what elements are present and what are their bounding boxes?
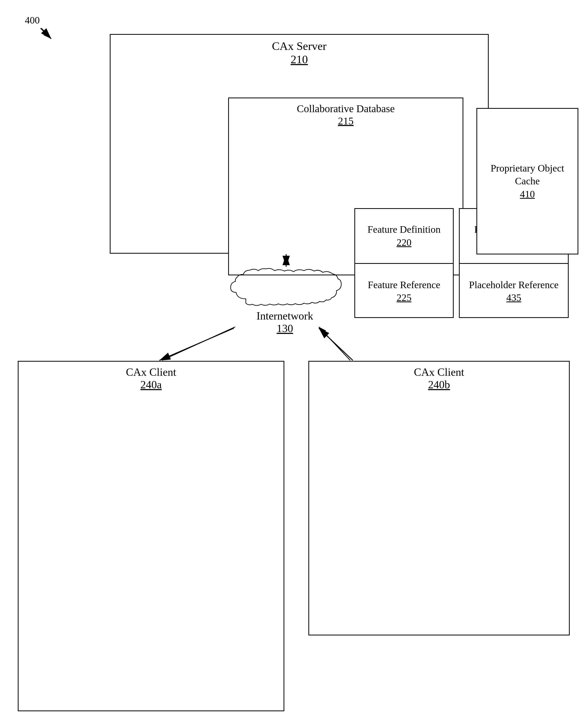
- cax-server-title: CAx Server 210: [111, 40, 488, 66]
- feature-def-box: Feature Definition 220 Feature Reference…: [354, 208, 454, 318]
- cax-client-left-name: CAx Client: [126, 366, 176, 378]
- svg-line-8: [41, 28, 51, 39]
- cloud-svg: [212, 264, 358, 308]
- internetwork-name: Internetwork: [257, 310, 313, 322]
- cax-client-left-number: 240a: [140, 379, 162, 391]
- internetwork-label: Internetwork 130: [257, 310, 313, 335]
- prop-obj-cache-number: 410: [520, 188, 535, 200]
- collab-db-name: Collaborative Database: [297, 103, 395, 114]
- collab-db-box: Collaborative Database 215 Feature Defin…: [228, 98, 463, 275]
- svg-line-0: [40, 28, 51, 39]
- diagram: 400 CAx Server 210 Collabor: [0, 0, 582, 728]
- placeholder-ref-label: Placeholder Reference: [469, 279, 559, 290]
- prop-obj-cache-box: Proprietary Object Cache 410: [476, 108, 578, 255]
- placeholder-ref-number: 435: [506, 292, 521, 303]
- prop-obj-cache-text: Proprietary Object Cache 410: [477, 162, 578, 201]
- collab-db-number: 215: [338, 115, 354, 127]
- feature-def-top: Feature Definition 220: [355, 209, 453, 264]
- feature-ref-bottom: Feature Reference 225: [355, 264, 453, 319]
- cax-server-box: CAx Server 210 Collaborative Database 21…: [110, 34, 489, 254]
- cax-client-left-box: CAx Client 240a CAx Application 245a Syn…: [18, 361, 284, 711]
- internetwork-number: 130: [277, 322, 293, 334]
- feature-def-number: 220: [396, 237, 411, 248]
- feature-ref-number: 225: [397, 292, 412, 303]
- placeholder-ref-text: Placeholder Reference 435: [469, 279, 559, 304]
- collab-db-title: Collaborative Database 215: [229, 103, 463, 127]
- feature-def-text: Feature Definition 220: [367, 223, 441, 249]
- feature-ref-text: Feature Reference 225: [368, 279, 440, 304]
- cax-client-right-name: CAx Client: [414, 366, 464, 378]
- figure-number-label: 400: [25, 15, 40, 26]
- cax-server-name: CAx Server: [272, 40, 327, 53]
- placeholder-ref-bottom: Placeholder Reference 435: [460, 264, 568, 319]
- cax-server-number: 210: [290, 53, 308, 66]
- feature-def-label: Feature Definition: [367, 224, 441, 235]
- cax-client-right-box: CAx Client 240b CAx Application 245b Syn…: [308, 361, 570, 635]
- prop-obj-cache-label: Proprietary Object Cache: [491, 163, 564, 186]
- figure-number-text: 400: [25, 15, 40, 26]
- cax-client-right-title: CAx Client 240b: [309, 366, 569, 391]
- cax-client-right-number: 240b: [428, 379, 450, 391]
- internetwork-container: Internetwork 130: [204, 264, 366, 335]
- feature-ref-label: Feature Reference: [368, 279, 440, 290]
- cax-client-left-title: CAx Client 240a: [19, 366, 283, 391]
